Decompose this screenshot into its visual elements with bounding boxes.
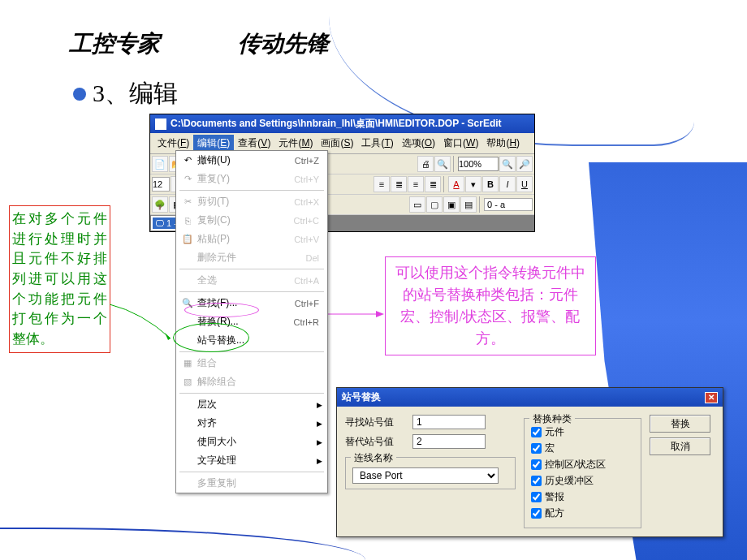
titlebar: C:\Documents and Settings\hnbrain_lhl\桌面…: [150, 114, 534, 133]
menu-item-0[interactable]: ↶撤销(U)Ctrl+Z: [176, 151, 327, 170]
menu-item-label: 层次: [196, 398, 324, 411]
font-size-input[interactable]: [152, 177, 170, 192]
shape-button-3[interactable]: ▣: [443, 196, 460, 213]
close-icon[interactable]: ✕: [705, 392, 718, 403]
dialog-title: 站号替换: [342, 390, 381, 404]
arrow-green-icon: [110, 304, 175, 345]
checkbox-3[interactable]: [531, 476, 542, 486]
menu-item-22: 多重复制: [176, 474, 327, 493]
blank-icon: [179, 274, 196, 287]
checkbox-2[interactable]: [531, 459, 542, 470]
menu-view[interactable]: 查看(V): [234, 135, 274, 152]
menu-item-label: 剪切(T): [196, 195, 294, 209]
menu-help[interactable]: 帮助(H): [482, 135, 524, 152]
menu-tool[interactable]: 工具(T): [357, 135, 397, 152]
port-select[interactable]: Base Port: [352, 467, 499, 484]
menu-separator: [179, 190, 324, 191]
menu-item-label: 查找(F)...: [196, 296, 295, 310]
print-button[interactable]: 🖨: [417, 156, 434, 172]
italic-button[interactable]: I: [499, 176, 516, 192]
check-row-5: 配方: [531, 506, 634, 520]
group-icon: ▦: [179, 357, 196, 370]
find-label: 寻找站号值: [345, 416, 406, 429]
submenu-arrow-icon: ▶: [317, 420, 322, 428]
type-group-label: 替换种类: [529, 412, 575, 426]
menu-item-label: 对齐: [196, 416, 324, 430]
blank-icon: [179, 398, 196, 411]
menu-item-19[interactable]: 使同大小▶: [176, 433, 327, 451]
menu-item-label: 重复(Y): [196, 172, 294, 186]
underline-button[interactable]: U: [516, 176, 533, 192]
menu-screen[interactable]: 画面(S): [317, 135, 357, 152]
align-button-2[interactable]: ≣: [391, 176, 407, 192]
window-title: C:\Documents and Settings\hnbrain_lhl\桌面…: [171, 117, 502, 131]
menu-item-label: 粘贴(P): [196, 232, 294, 246]
menu-shortcut: Ctrl+A: [294, 276, 324, 286]
menu-file[interactable]: 文件(F): [153, 135, 193, 152]
font-color-button[interactable]: A: [448, 176, 464, 192]
shape-button-2[interactable]: ▢: [426, 196, 443, 213]
dialog-titlebar: 站号替换 ✕: [337, 388, 723, 407]
checkbox-1[interactable]: [531, 443, 542, 454]
checkbox-4[interactable]: [531, 492, 542, 502]
menu-shortcut: Ctrl+V: [294, 235, 324, 244]
replace-input[interactable]: [412, 434, 486, 449]
slide-title-right: 传动先锋: [238, 28, 329, 59]
tree-button[interactable]: 🌳: [152, 196, 168, 213]
color-dropdown[interactable]: ▾: [465, 176, 481, 192]
menu-window[interactable]: 窗口(W): [439, 135, 482, 152]
check-row-4: 警报: [531, 490, 634, 504]
blank-icon: [179, 334, 196, 347]
zoom-input[interactable]: [458, 157, 499, 171]
cut-icon: ✂: [179, 196, 196, 209]
menu-edit[interactable]: 编辑(E): [193, 135, 234, 152]
menu-item-4: ⎘复制(C)Ctrl+C: [176, 211, 327, 230]
blank-icon: [179, 316, 196, 329]
menu-item-18[interactable]: 对齐▶: [176, 414, 327, 433]
menu-item-label: 复制(C): [196, 213, 294, 227]
menu-item-15: ▧解除组合: [176, 373, 327, 391]
shape-button-1[interactable]: ▭: [409, 196, 425, 213]
checkbox-5[interactable]: [531, 508, 542, 519]
shape-button-4[interactable]: ▤: [460, 196, 477, 213]
menu-item-14: ▦组合: [176, 354, 327, 373]
submenu-arrow-icon: ▶: [317, 401, 322, 409]
cancel-button[interactable]: 取消: [650, 437, 710, 455]
check-row-1: 宏: [531, 442, 634, 455]
text-sample: 0 - a: [484, 198, 533, 211]
checkbox-label: 配方: [545, 506, 564, 520]
align-button-3[interactable]: ≡: [408, 176, 424, 192]
check-row-2: 控制区/状态区: [531, 458, 634, 472]
zoom-out-button[interactable]: 🔎: [516, 156, 533, 172]
menu-element[interactable]: 元件(M): [274, 135, 317, 152]
align-button-4[interactable]: ≣: [425, 176, 441, 192]
blank-icon: [179, 477, 196, 490]
menu-item-10[interactable]: 🔍查找(F)...Ctrl+F: [176, 294, 327, 312]
replace-label: 替代站号值: [345, 435, 406, 449]
blank-icon: [179, 454, 196, 467]
menu-item-label: 多重复制: [196, 476, 324, 490]
replace-button[interactable]: 替换: [650, 415, 710, 433]
checkbox-label: 历史缓冲区: [545, 474, 594, 488]
menu-shortcut: Ctrl+Z: [295, 156, 324, 166]
menu-item-20[interactable]: 文字处理▶: [176, 451, 327, 470]
checkbox-0[interactable]: [531, 427, 542, 437]
find-input[interactable]: [412, 415, 486, 429]
new-button[interactable]: 📄: [152, 156, 168, 172]
align-button-1[interactable]: ≡: [374, 176, 390, 192]
menu-separator: [179, 393, 324, 394]
redo-icon: ↷: [179, 173, 196, 186]
menu-shortcut: Ctrl+C: [294, 216, 324, 226]
menu-item-11[interactable]: 替换(R)...Ctrl+R: [176, 312, 327, 331]
menu-separator: [179, 472, 324, 472]
zoom-in-button[interactable]: 🔍: [499, 156, 516, 172]
find-button[interactable]: 🔍: [434, 156, 451, 172]
station-replace-dialog: 站号替换 ✕ 寻找站号值 替代站号值 连线名称 Base Port 替换种类 元: [336, 387, 723, 537]
menu-item-label: 使同大小: [196, 435, 324, 449]
check-row-0: 元件: [531, 425, 634, 439]
menu-item-17[interactable]: 层次▶: [176, 395, 327, 414]
decorative-curve-bottom: [0, 528, 365, 560]
bold-button[interactable]: B: [482, 176, 499, 192]
menu-option[interactable]: 选项(O): [398, 135, 439, 152]
menu-item-12[interactable]: 站号替换...: [176, 331, 327, 350]
